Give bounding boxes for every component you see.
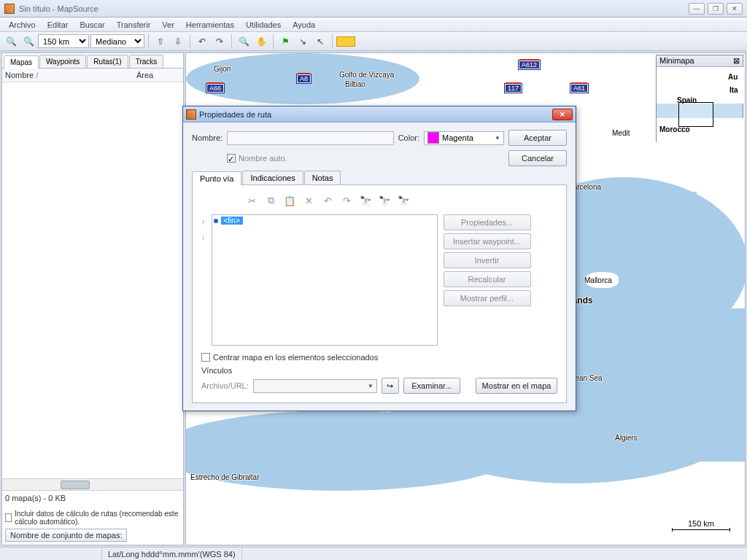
minimap[interactable]: Minimapa⊠ Spain Morocco Au Ita [656,55,743,142]
cancelar-button[interactable]: Cancelar [508,150,567,166]
route-properties-dialog: Propiedades de ruta ✕ Nombre: Color: Mag… [182,106,576,411]
recalcular-button[interactable]: Recalcular [444,271,531,287]
detail-select[interactable]: Mediano [90,34,144,48]
road-a61: A61 [570,84,588,93]
road-a612: A612 [519,61,540,69]
toolbar: 🔍 🔍 150 km Mediano ⇧ ⇩ ↶ ↷ 🔍 ✋ ⚑ ↘ ↖ [0,32,747,51]
tab-notas[interactable]: Notas [304,171,341,184]
tab-rutas[interactable]: Rutas(1) [87,55,128,68]
dialog-titlebar[interactable]: Propiedades de ruta ✕ [183,106,576,122]
pointer-icon[interactable]: ↖ [312,34,328,50]
waypoint-fin: <fin> [221,217,243,225]
menubar: Archivo Editar Buscar Transferir Ver Her… [0,18,747,32]
examinar-button[interactable]: Examinar... [403,378,460,394]
side-tabs: Mapas Waypoints Rutas(1) Tracks [2,53,183,69]
invertir-button[interactable]: Invertir [444,252,531,268]
find-places-icon[interactable]: 🔭 [397,194,410,207]
tab-mapas[interactable]: Mapas [4,55,39,69]
find-nearest-icon[interactable]: 🔭 [378,194,391,207]
col-nombre[interactable]: Nombre [5,71,34,79]
archivo-url-combo[interactable]: ▼ [253,379,377,393]
side-panel: Mapas Waypoints Rutas(1) Tracks Nombre /… [1,52,184,545]
road-117: 117 [505,84,522,93]
centrar-label: Centrar mapa en los elementos selecciona… [213,353,378,362]
zoom-in-icon[interactable]: 🔍 [20,34,36,50]
label-gibraltar: Estrecho de Gibraltar [190,473,260,481]
road-a66: A66 [206,84,224,93]
mm-ita: Ita [729,86,738,94]
transfer-down-icon[interactable]: ⇩ [170,34,186,50]
delete-icon[interactable]: ✕ [302,194,315,207]
menu-ver[interactable]: Ver [156,19,180,31]
mostrar-perfil-button[interactable]: Mostrar perfil... [444,290,531,306]
chevron-down-icon: ▼ [495,135,500,141]
app-icon [4,4,15,14]
copy-icon[interactable]: ⧉ [264,194,277,207]
move-down-icon[interactable]: ↓ [201,232,206,241]
measure-icon[interactable] [336,36,355,47]
scrollbar-thumb[interactable] [61,481,90,489]
scale-select[interactable]: 150 km [38,34,89,48]
col-area[interactable]: Área [136,71,180,79]
color-combo[interactable]: Magenta ▼ [424,131,504,145]
centrar-checkbox[interactable] [201,353,210,362]
zoom-tool-icon[interactable]: 🔍 [236,34,252,50]
waypoint-dot-icon [214,219,218,223]
minimap-title: Minimapa [659,56,694,66]
redo-wp-icon[interactable]: ↷ [340,194,353,207]
move-up-icon[interactable]: ↑ [201,217,206,226]
tab-waypoints[interactable]: Waypoints [39,55,86,68]
find-icon[interactable]: 🔭 [359,194,372,207]
routing-checkbox[interactable] [5,513,12,522]
list-body[interactable] [2,82,183,478]
tab-tracks[interactable]: Tracks [129,55,164,68]
menu-transferir[interactable]: Transferir [111,19,157,31]
dialog-close-button[interactable]: ✕ [552,109,573,120]
window-title: Sin título - MapSource [19,4,689,13]
horizontal-scrollbar[interactable] [2,478,183,490]
waypoint-item[interactable]: <fin> [214,217,436,225]
menu-editar[interactable]: Editar [42,19,74,31]
insertar-waypoint-button[interactable]: Insertar waypoint... [444,233,531,249]
paste-icon[interactable]: 📋 [283,194,296,207]
sort-indicator: / [36,71,38,79]
zoom-out-icon[interactable]: 🔍 [3,34,19,50]
maximize-button[interactable]: ❐ [708,3,724,15]
maps-footer: 0 mapa(s) - 0 KB Incluir datos de cálcul… [2,490,183,545]
menu-buscar[interactable]: Buscar [74,19,110,31]
nombre-auto-checkbox[interactable]: ✓ [227,154,236,163]
go-url-button[interactable]: ↪ [382,378,399,394]
map-scalebar: 150 km [672,519,730,530]
nombre-input[interactable] [227,131,393,145]
transfer-up-icon[interactable]: ⇧ [152,34,169,50]
label-mallorca: Mallorca [584,276,612,284]
mostrar-mapa-button[interactable]: Mostrar en el mapa [476,378,557,394]
redo-icon[interactable]: ↷ [212,34,228,50]
statusbar: Lat/Long hddd°mm.mmm'(WGS 84) [0,547,747,560]
menu-archivo[interactable]: Archivo [3,19,42,31]
undo-icon[interactable]: ↶ [194,34,210,50]
route-tool-icon[interactable]: ↘ [295,34,311,50]
minimap-viewport[interactable] [678,102,713,127]
flag-tool-icon[interactable]: ⚑ [277,34,293,50]
menu-ayuda[interactable]: Ayuda [287,19,321,31]
undo-wp-icon[interactable]: ↶ [321,194,334,207]
tab-indicaciones[interactable]: Indicaciones [242,171,303,184]
waypoint-list[interactable]: <fin> [212,214,438,346]
menu-utilidades[interactable]: Utilidades [240,19,287,31]
mm-au: Au [728,73,738,81]
minimap-close-icon[interactable]: ⊠ [733,56,740,66]
propiedades-button[interactable]: Propiedades... [444,214,531,230]
waypoint-toolbar: ✂ ⧉ 📋 ✕ ↶ ↷ 🔭 🔭 🔭 [201,194,557,207]
cut-icon[interactable]: ✂ [245,194,258,207]
minimize-button[interactable]: — [689,3,705,15]
pan-tool-icon[interactable]: ✋ [253,34,269,50]
archivo-url-label: Archivo/URL: [201,381,249,390]
close-button[interactable]: ✕ [727,3,743,15]
aceptar-button[interactable]: Aceptar [508,130,567,146]
routing-label: Incluir datos de cálculo de rutas (recom… [15,510,180,526]
menu-herramientas[interactable]: Herramientas [180,19,240,31]
color-swatch [427,132,439,144]
mapset-name-button[interactable]: Nombre de conjunto de mapas: [5,529,127,542]
tab-punto-via[interactable]: Punto vía [192,171,241,185]
